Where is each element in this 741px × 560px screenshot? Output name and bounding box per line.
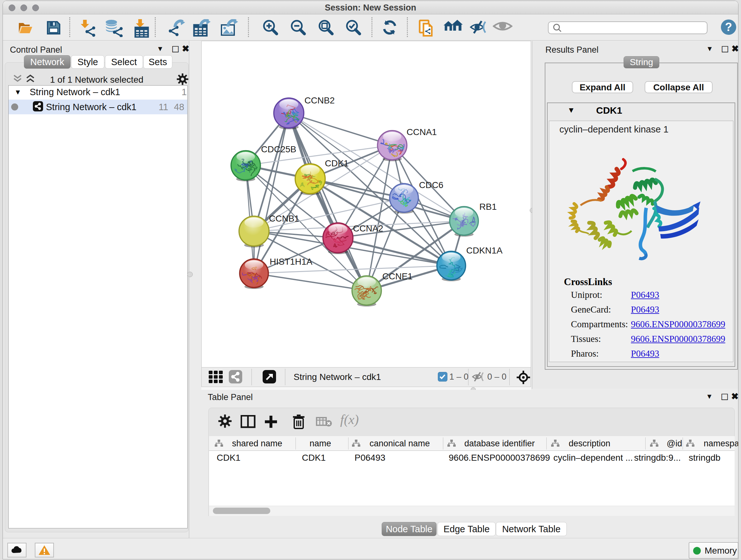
svg-text:CDC25B: CDC25B [261, 144, 296, 154]
svg-text:HIST1H1A: HIST1H1A [270, 257, 313, 266]
svg-text:RB1: RB1 [479, 202, 496, 212]
svg-text:CCNB2: CCNB2 [305, 96, 335, 105]
svg-text:CDC6: CDC6 [419, 180, 443, 190]
svg-text:CDK1: CDK1 [325, 159, 349, 168]
svg-text:CDKN1A: CDKN1A [466, 246, 502, 255]
svg-text:?: ? [725, 20, 732, 34]
svg-text:CCNE1: CCNE1 [382, 271, 413, 281]
svg-text:CCNA1: CCNA1 [407, 127, 437, 137]
svg-text:CCNA2: CCNA2 [353, 224, 383, 233]
svg-text:CCNB1: CCNB1 [269, 213, 299, 224]
